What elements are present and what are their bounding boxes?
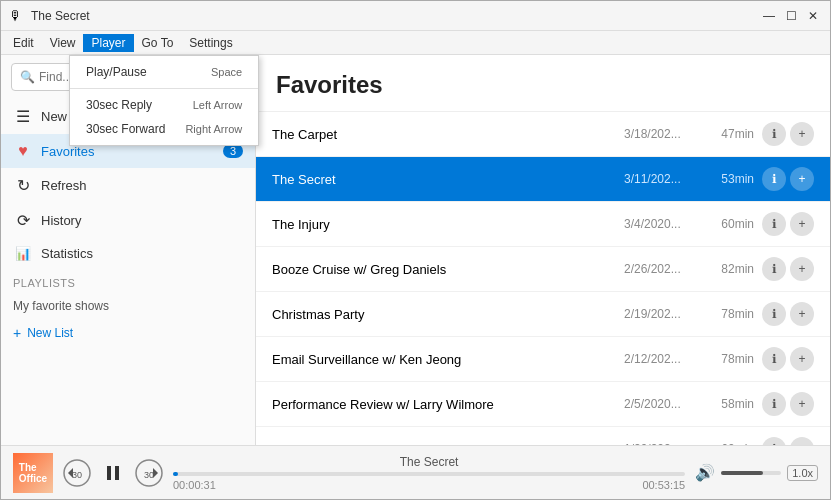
episode-date: 3/11/202... <box>624 172 704 186</box>
episode-duration: 78min <box>704 307 754 321</box>
episode-title: Booze Cruise w/ Greg Daniels <box>272 262 624 277</box>
episode-title: The Client w/ Melora Hardin <box>272 442 624 446</box>
episode-info-button[interactable]: ℹ <box>762 167 786 191</box>
episode-duration: 60min <box>704 442 754 445</box>
play-pause-shortcut: Space <box>211 66 242 78</box>
episode-add-button[interactable]: + <box>790 212 814 236</box>
episode-row[interactable]: Booze Cruise w/ Greg Daniels 2/26/202...… <box>256 247 830 292</box>
svg-rect-4 <box>115 466 119 480</box>
progress-area: The Secret 00:00:31 00:53:15 <box>173 455 685 491</box>
reply-shortcut: Left Arrow <box>193 99 243 111</box>
forward-label: 30sec Forward <box>86 122 165 136</box>
episode-actions: ℹ + <box>762 122 814 146</box>
episode-row[interactable]: Email Surveillance w/ Ken Jeong 2/12/202… <box>256 337 830 382</box>
episode-actions: ℹ + <box>762 167 814 191</box>
pause-button[interactable] <box>99 459 127 487</box>
add-list-label: New List <box>27 326 73 340</box>
menu-goto[interactable]: Go To <box>134 34 182 52</box>
close-button[interactable]: ✕ <box>804 7 822 25</box>
statistics-icon: 📊 <box>13 246 33 261</box>
episode-info-button[interactable]: ℹ <box>762 122 786 146</box>
episode-info-button[interactable]: ℹ <box>762 212 786 236</box>
forward-button[interactable]: 30 <box>135 459 163 487</box>
episode-info-button[interactable]: ℹ <box>762 392 786 416</box>
episode-actions: ℹ + <box>762 437 814 445</box>
time-total: 00:53:15 <box>642 479 685 491</box>
episode-add-button[interactable]: + <box>790 347 814 371</box>
reply-label: 30sec Reply <box>86 98 152 112</box>
episode-duration: 60min <box>704 217 754 231</box>
dropdown-reply[interactable]: 30sec Reply Left Arrow <box>70 93 258 117</box>
menu-settings[interactable]: Settings <box>181 34 240 52</box>
episode-actions: ℹ + <box>762 392 814 416</box>
playlist-my-favorite-shows[interactable]: My favorite shows <box>1 293 255 319</box>
episode-add-button[interactable]: + <box>790 167 814 191</box>
volume-slider[interactable] <box>721 471 781 475</box>
episode-row[interactable]: The Client w/ Melora Hardin 1/29/202... … <box>256 427 830 445</box>
volume-fill <box>721 471 763 475</box>
episode-actions: ℹ + <box>762 257 814 281</box>
svg-text:30: 30 <box>144 470 154 480</box>
episode-row[interactable]: The Carpet 3/18/202... 47min ℹ + <box>256 112 830 157</box>
svg-text:30: 30 <box>72 470 82 480</box>
svg-rect-3 <box>107 466 111 480</box>
speed-button[interactable]: 1.0x <box>787 465 818 481</box>
favorites-count: 3 <box>223 144 243 158</box>
episode-row[interactable]: Christmas Party 2/19/202... 78min ℹ + <box>256 292 830 337</box>
episode-info-button[interactable]: ℹ <box>762 302 786 326</box>
progress-bar[interactable] <box>173 472 685 476</box>
playlists-section-title: Playlists <box>1 269 255 293</box>
content-area: Favorites The Carpet 3/18/202... 47min ℹ… <box>256 55 830 445</box>
statistics-label: Statistics <box>41 246 243 261</box>
episode-info-button[interactable]: ℹ <box>762 347 786 371</box>
episode-add-button[interactable]: + <box>790 437 814 445</box>
episode-actions: ℹ + <box>762 347 814 371</box>
episode-duration: 53min <box>704 172 754 186</box>
episode-row[interactable]: The Injury 3/4/2020... 60min ℹ + <box>256 202 830 247</box>
sidebar-item-history[interactable]: ⟳ History <box>1 203 255 238</box>
episode-info-button[interactable]: ℹ <box>762 257 786 281</box>
episodes-list: The Carpet 3/18/202... 47min ℹ + The Sec… <box>256 112 830 445</box>
menu-view[interactable]: View <box>42 34 84 52</box>
menu-edit[interactable]: Edit <box>5 34 42 52</box>
episode-add-button[interactable]: + <box>790 392 814 416</box>
menu-player[interactable]: Player <box>83 34 133 52</box>
volume-area: 🔊 1.0x <box>695 463 818 482</box>
episode-row[interactable]: Performance Review w/ Larry Wilmore 2/5/… <box>256 382 830 427</box>
new-episodes-icon: ☰ <box>13 107 33 126</box>
episode-add-button[interactable]: + <box>790 122 814 146</box>
episode-date: 1/29/202... <box>624 442 704 445</box>
dropdown-play-pause[interactable]: Play/Pause Space <box>70 60 258 84</box>
episode-info-button[interactable]: ℹ <box>762 437 786 445</box>
maximize-button[interactable]: ☐ <box>782 7 800 25</box>
refresh-label: Refresh <box>41 178 243 193</box>
sidebar-item-statistics[interactable]: 📊 Statistics <box>1 238 255 269</box>
app-window: 🎙 The Secret — ☐ ✕ Edit View Player Go T… <box>0 0 831 500</box>
player-dropdown-menu: Play/Pause Space 30sec Reply Left Arrow … <box>69 55 259 146</box>
episode-title: The Secret <box>272 172 624 187</box>
now-playing-title: The Secret <box>400 455 459 469</box>
episode-date: 2/19/202... <box>624 307 704 321</box>
volume-icon: 🔊 <box>695 463 715 482</box>
episode-title: Christmas Party <box>272 307 624 322</box>
episode-row[interactable]: The Secret 3/11/202... 53min ℹ + <box>256 157 830 202</box>
favorites-icon: ♥ <box>13 142 33 160</box>
dropdown-forward[interactable]: 30sec Forward Right Arrow <box>70 117 258 141</box>
title-bar: 🎙 The Secret — ☐ ✕ <box>1 1 830 31</box>
sidebar-item-refresh[interactable]: ↻ Refresh <box>1 168 255 203</box>
minimize-button[interactable]: — <box>760 7 778 25</box>
album-art: TheOffice <box>13 453 53 493</box>
episode-actions: ℹ + <box>762 302 814 326</box>
rewind-button[interactable]: 30 <box>63 459 91 487</box>
episode-add-button[interactable]: + <box>790 257 814 281</box>
episode-title: The Injury <box>272 217 624 232</box>
episode-actions: ℹ + <box>762 212 814 236</box>
add-list-button[interactable]: + New List <box>1 319 255 347</box>
episode-duration: 58min <box>704 397 754 411</box>
episode-date: 2/12/202... <box>624 352 704 366</box>
refresh-icon: ↻ <box>13 176 33 195</box>
episode-duration: 47min <box>704 127 754 141</box>
window-controls: — ☐ ✕ <box>760 7 822 25</box>
episode-duration: 78min <box>704 352 754 366</box>
episode-add-button[interactable]: + <box>790 302 814 326</box>
